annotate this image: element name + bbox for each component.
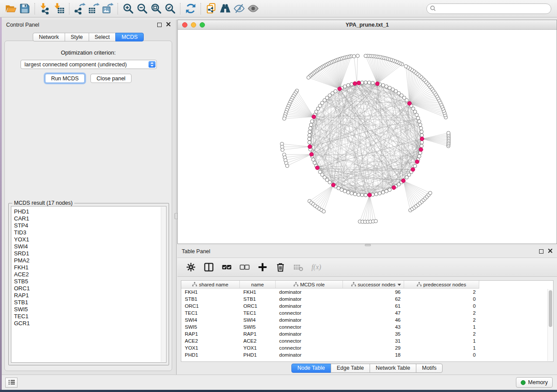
deselect-all-icon[interactable] [239,261,250,273]
table-cell: connector [276,337,343,344]
column-label: name [251,282,264,287]
close-panel-icon[interactable] [548,248,553,254]
list-item[interactable]: TID3 [11,229,166,236]
duplicate-network-icon[interactable] [204,2,218,16]
settings-gear-icon[interactable] [185,261,197,273]
memory-button[interactable]: Memory [516,377,553,388]
attribute-type-icon [417,282,422,287]
table-row[interactable]: ACE2ACE2connector311 [181,337,553,344]
search-box[interactable] [426,3,551,14]
open-session-icon[interactable] [3,2,17,16]
import-network-icon[interactable] [38,2,52,16]
table-row[interactable]: YOX1YOX1connector291 [181,344,553,351]
table-cell: SWI4 [181,316,240,323]
column-header-shared-name[interactable]: shared name [181,281,240,289]
tab-mcds[interactable]: MCDS [115,33,144,41]
list-item[interactable]: SWI4 [11,243,166,250]
network-window-titlebar[interactable]: YPA_prune.txt_1 [178,20,557,30]
table-panel-titlebar: Table Panel [177,246,557,257]
attribute-type-icon [192,282,197,287]
table-cell: ACE2 [240,337,276,344]
list-item[interactable]: CAR1 [11,215,166,222]
list-item[interactable]: ORC1 [11,285,166,292]
list-item[interactable]: RAP1 [11,292,166,299]
column-header-name[interactable]: name [240,281,276,289]
show-details-icon[interactable] [246,2,260,16]
select-all-icon[interactable] [221,261,232,273]
list-item[interactable]: SRD1 [11,250,166,257]
column-header-predecessor-nodes[interactable]: predecessor nodes [404,281,479,289]
list-item[interactable]: TEC1 [11,313,166,320]
show-panels-button[interactable] [5,378,17,388]
tab-edge-table[interactable]: Edge Table [331,364,370,373]
close-panel-icon[interactable] [166,22,171,28]
list-scrollbar[interactable] [161,207,166,362]
zoom-fit-icon[interactable] [149,2,163,16]
close-panel-button[interactable]: Close panel [90,74,131,83]
zoom-out-icon[interactable] [135,2,149,16]
list-item[interactable]: SWI5 [11,306,166,313]
table-row[interactable]: SWI5SWI5connector431 [181,323,553,330]
column-header-successor-nodes[interactable]: successor nodes [343,281,404,289]
table-cell: ORC1 [240,303,276,309]
run-mcds-button[interactable]: Run MCDS [45,74,85,83]
table-cell: dominator [276,303,343,309]
hide-details-icon[interactable] [232,2,246,16]
table-cell: 2 [404,289,479,296]
network-window-title: YPA_prune.txt_1 [178,22,557,28]
export-image-icon[interactable] [100,2,114,16]
float-panel-icon[interactable] [539,249,543,254]
float-panel-icon[interactable] [157,23,162,27]
scrollbar-thumb[interactable] [549,290,552,327]
list-item[interactable]: STB1 [11,299,166,306]
import-table-icon[interactable] [52,2,66,16]
list-item[interactable]: STP4 [11,222,166,229]
list-item[interactable]: FKH1 [11,264,166,271]
find-icon[interactable] [218,2,232,16]
network-canvas[interactable] [178,30,557,244]
table-row[interactable]: ORC1ORC1dominator610 [181,303,553,309]
table-scrollbar[interactable] [547,289,553,361]
add-column-icon[interactable] [257,261,268,273]
table-row[interactable]: FKH1FKH1dominator962 [181,289,553,296]
mcds-result-list[interactable]: PHD1CAR1STP4TID3YOX1SWI4SRD1PMA2FKH1ACE2… [11,206,166,363]
table-cell: RAP1 [240,330,276,337]
zoom-selected-icon[interactable] [163,2,177,16]
save-session-icon[interactable] [17,2,31,16]
tab-select[interactable]: Select [89,33,116,41]
show-columns-icon[interactable] [203,261,214,273]
criterion-value: largest connected component (undirected) [24,62,127,68]
table-row[interactable]: SWI4SWI4dominator462 [181,316,553,323]
refresh-layout-icon[interactable] [183,2,197,16]
table-toolbar: f(x) [177,258,557,277]
list-item[interactable]: ACE2 [11,271,166,278]
mcds-result-title: MCDS result (17 nodes) [12,200,74,206]
column-header-mcds-role[interactable]: MCDS role [276,281,343,289]
control-panel: Control Panel NetworkStyleSelectMCDS Opt… [2,20,175,375]
search-input[interactable] [436,4,551,13]
export-table-icon[interactable] [86,2,100,16]
table-cell: ORC1 [181,303,240,309]
table-cell: 0 [404,303,479,309]
tab-style[interactable]: Style [65,33,89,41]
criterion-dropdown[interactable]: largest connected component (undirected) [21,60,157,69]
table-cell: 43 [343,323,404,330]
list-item[interactable]: PMA2 [11,257,166,264]
list-item[interactable]: PHD1 [11,208,166,215]
table-row[interactable]: PHD1PHD1dominator180 [181,351,553,358]
list-item[interactable]: GCR1 [11,320,166,327]
tab-network[interactable]: Network [33,33,65,41]
export-network-icon[interactable] [73,2,86,16]
tab-node-table[interactable]: Node Table [291,364,331,373]
table-row[interactable]: RAP1RAP1dominator352 [181,330,553,337]
list-item[interactable]: STB5 [11,278,166,285]
table-cell: SWI5 [240,323,276,330]
table-row[interactable]: STB1STB1dominator620 [181,296,553,303]
table-row[interactable]: TEC1TEC1connector472 [181,309,553,316]
tab-motifs[interactable]: Motifs [416,364,443,373]
delete-column-icon[interactable] [275,261,286,273]
list-item[interactable]: YOX1 [11,236,166,243]
zoom-in-icon[interactable] [121,2,135,16]
table-cell: dominator [276,330,343,337]
tab-network-table[interactable]: Network Table [370,364,416,373]
